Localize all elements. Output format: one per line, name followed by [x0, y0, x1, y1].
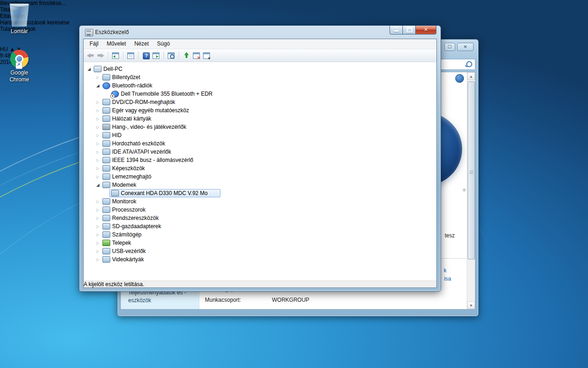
window-title: Eszközkezelő	[95, 29, 129, 35]
menu-file[interactable]: Fájl	[85, 39, 102, 49]
title-bar[interactable]: Eszközkezelő	[79, 26, 441, 39]
content-link-fragment[interactable]: isa	[444, 276, 451, 282]
close-icon[interactable]	[416, 26, 436, 34]
collapsed-expander-icon[interactable]: ▷	[95, 167, 101, 171]
collapsed-expander-icon[interactable]: ▷	[95, 224, 101, 229]
expanded-expander-icon[interactable]: ◢	[86, 67, 92, 71]
help-icon[interactable]	[455, 74, 464, 83]
menu-action[interactable]: Művelet	[102, 39, 130, 49]
tree-item[interactable]: ▷Processzorok	[84, 206, 436, 214]
show-console-tree-icon[interactable]	[112, 52, 120, 59]
tree-item[interactable]: ▷Videokártyák	[84, 255, 436, 264]
context-menu-item-scan-hardware-changes[interactable]: Hardverváltozások keresése	[0, 19, 588, 26]
tree-item[interactable]: ▷Hálózati kártyák	[84, 115, 436, 123]
collapsed-expander-icon[interactable]: ▷	[95, 233, 101, 237]
disable-icon[interactable]	[192, 52, 201, 59]
tree-item-label: IEEE 1394 busz - állomásvezérlő	[112, 157, 193, 163]
tree-item[interactable]: ▷Rendszereszközök	[84, 214, 436, 222]
tree-item[interactable]: ▷DVD/CD-ROM-meghajtók	[84, 98, 436, 106]
show-action-pane-icon[interactable]	[152, 52, 160, 59]
expanded-expander-icon[interactable]: ◢	[95, 183, 101, 187]
scan-icon[interactable]	[167, 52, 175, 59]
tree-item[interactable]: ▷IDE ATA/ATAPI vezérlők	[84, 148, 436, 156]
update-driver-icon[interactable]	[182, 52, 191, 59]
collapsed-expander-icon[interactable]: ▷	[95, 75, 101, 80]
maximize-icon[interactable]	[444, 43, 455, 51]
battery-icon	[102, 240, 110, 246]
context-menu-item-uninstall[interactable]: Eltávolítás	[0, 13, 588, 19]
tree-item[interactable]: ▷Hordozható eszközök	[84, 139, 436, 148]
divider	[438, 258, 468, 259]
tree-item[interactable]: ▷HID	[84, 131, 436, 139]
search-icon	[466, 61, 472, 67]
properties-icon[interactable]	[127, 52, 135, 59]
scroll-down-icon[interactable]: ▼	[467, 301, 475, 309]
hid-icon	[102, 132, 110, 138]
scrollbar-thumb[interactable]	[468, 81, 475, 259]
tree-item[interactable]: ◢Modemek	[84, 181, 436, 189]
scrollbar[interactable]: ▲ ▼	[467, 72, 475, 309]
modem-icon	[102, 182, 110, 188]
tree-item[interactable]: Dell Truemobile 355 Bluetooth + EDR	[84, 90, 436, 98]
display-adapter-icon	[102, 256, 110, 263]
recycle-bin-label: Lomtár	[0, 28, 39, 35]
recycle-bin-icon	[10, 4, 29, 27]
recycle-bin-desktop-icon[interactable]: Lomtár	[0, 4, 39, 35]
tree-item[interactable]: ▷Egér vagy egyéb mutatóeszköz	[84, 106, 436, 115]
collapsed-expander-icon[interactable]: ▷	[95, 142, 101, 146]
tree-item-label: Rendszereszközök	[112, 215, 158, 221]
close-icon[interactable]	[457, 43, 474, 51]
context-menu-item-disable[interactable]: Tiltás	[0, 6, 588, 13]
back-icon[interactable]	[86, 52, 95, 59]
tree-item[interactable]: ▷USB-vezérlők	[84, 247, 436, 255]
tree-item[interactable]: Conexant HDA D330 MDC V.92 Mo	[84, 189, 436, 197]
tree-item[interactable]: ▷Lemezmeghajtó	[84, 172, 436, 181]
computer-device-icon	[102, 231, 110, 238]
tree-item-label: Lemezmeghajtó	[112, 173, 151, 180]
toolbar-separator	[138, 52, 139, 59]
collapsed-expander-icon[interactable]: ▷	[95, 208, 101, 212]
minimize-icon[interactable]	[390, 26, 403, 34]
collapsed-expander-icon[interactable]: ▷	[95, 125, 101, 129]
forward-icon[interactable]	[96, 52, 105, 59]
help-icon[interactable]	[142, 52, 150, 59]
bluetooth-device-icon	[111, 91, 119, 98]
tree-item[interactable]: ▷Képeszközök	[84, 164, 436, 172]
content-link-fragment[interactable]: k	[444, 267, 447, 274]
tree-item-label: Bluetooth-rádiók	[112, 82, 152, 89]
tree-item[interactable]: ◢Dell-PC	[84, 65, 436, 73]
expanded-expander-icon[interactable]: ◢	[95, 83, 101, 88]
sd-host-adapter-icon	[102, 223, 110, 230]
chrome-desktop-icon[interactable]: Google Chrome	[0, 50, 39, 83]
context-menu-item-update-driver[interactable]: Illesztőprogram frissítése...	[0, 0, 588, 6]
tree-item[interactable]: ▷Monitorok	[84, 197, 436, 206]
menu-help[interactable]: Súgó	[153, 39, 174, 49]
collapsed-expander-icon[interactable]: ▷	[95, 258, 101, 262]
tree-item[interactable]: ▷Számítógép	[84, 230, 436, 239]
tree-item[interactable]: ▷SD-gazdaadapterek	[84, 222, 436, 230]
device-manager-icon	[85, 29, 93, 36]
collapsed-expander-icon[interactable]: ▷	[95, 133, 101, 138]
tree-item[interactable]: ▷IEEE 1394 busz - állomásvezérlő	[84, 156, 436, 164]
collapsed-expander-icon[interactable]: ▷	[95, 175, 101, 179]
collapsed-expander-icon[interactable]: ▷	[95, 158, 101, 162]
collapsed-expander-icon[interactable]: ▷	[95, 150, 101, 154]
content-text-fragment: tesz	[445, 232, 455, 239]
collapsed-expander-icon[interactable]: ▷	[95, 241, 101, 245]
tree-item[interactable]: ▷Telepek	[84, 239, 436, 247]
maximize-icon[interactable]	[403, 26, 416, 34]
collapsed-expander-icon[interactable]: ▷	[95, 117, 101, 121]
tree-item[interactable]: ▷Billentyűzet	[84, 73, 436, 81]
tree-item[interactable]: ◢Bluetooth-rádiók	[84, 81, 436, 90]
tree-item[interactable]: ▷Hang-, video- és játékvezérlők	[84, 123, 436, 131]
collapsed-expander-icon[interactable]: ▷	[95, 200, 101, 204]
collapsed-expander-icon[interactable]: ▷	[95, 216, 101, 220]
uninstall-icon[interactable]	[203, 52, 211, 59]
scroll-up-icon[interactable]: ▲	[467, 72, 475, 80]
audio-icon	[102, 124, 110, 130]
collapsed-expander-icon[interactable]: ▷	[95, 100, 101, 104]
tree-item-label: Conexant HDA D330 MDC V.92 Mo	[121, 190, 208, 196]
collapsed-expander-icon[interactable]: ▷	[95, 109, 101, 113]
collapsed-expander-icon[interactable]: ▷	[95, 249, 101, 253]
menu-view[interactable]: Nézet	[130, 39, 153, 49]
